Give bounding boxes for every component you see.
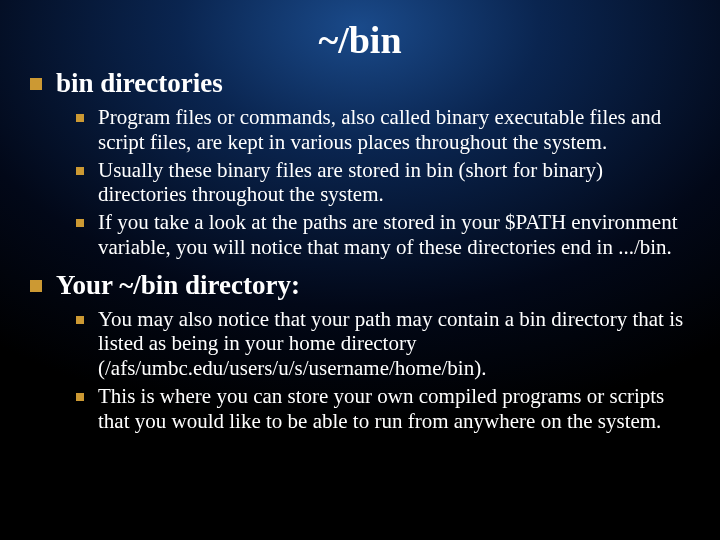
square-bullet-icon: [30, 280, 42, 292]
section-heading: Your ~/bin directory:: [56, 270, 300, 301]
square-bullet-icon: [30, 78, 42, 90]
square-bullet-icon: [76, 114, 84, 122]
square-bullet-icon: [76, 316, 84, 324]
square-bullet-icon: [76, 167, 84, 175]
list-item: This is where you can store your own com…: [76, 384, 690, 434]
square-bullet-icon: [76, 219, 84, 227]
section-2-list: You may also notice that your path may c…: [76, 307, 690, 434]
square-bullet-icon: [76, 393, 84, 401]
list-item: Program files or commands, also called b…: [76, 105, 690, 155]
section-heading: bin directories: [56, 68, 223, 99]
list-item-text: Usually these binary files are stored in…: [98, 158, 690, 208]
list-item: Usually these binary files are stored in…: [76, 158, 690, 208]
list-item-text: Program files or commands, also called b…: [98, 105, 690, 155]
slide-title: ~/bin: [30, 18, 690, 62]
section-2: Your ~/bin directory:: [30, 270, 690, 301]
section-1-list: Program files or commands, also called b…: [76, 105, 690, 260]
list-item: If you take a look at the paths are stor…: [76, 210, 690, 260]
section-1: bin directories: [30, 68, 690, 99]
list-item-text: If you take a look at the paths are stor…: [98, 210, 690, 260]
list-item-text: You may also notice that your path may c…: [98, 307, 690, 381]
list-item: You may also notice that your path may c…: [76, 307, 690, 381]
list-item-text: This is where you can store your own com…: [98, 384, 690, 434]
